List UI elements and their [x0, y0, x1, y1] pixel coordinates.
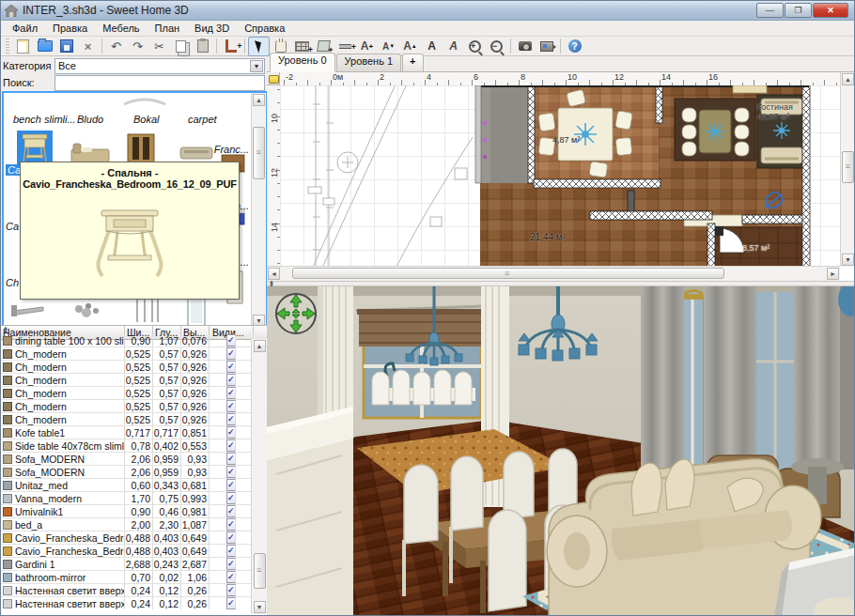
cut-button[interactable]: ✂ — [148, 37, 170, 56]
furniture-row[interactable]: bathroom-mirror0,700,021,06✓ — [1, 571, 267, 584]
visible-checkbox[interactable]: ✓ — [226, 545, 236, 557]
tab-level-0[interactable]: Уровень 0 — [270, 53, 335, 72]
create-photo-button[interactable] — [514, 37, 536, 56]
catalog-item-label-partial[interactable]: Franc... — [214, 144, 249, 155]
bold-button[interactable]: A — [421, 37, 443, 56]
toolbar-grip[interactable] — [6, 38, 9, 54]
visible-checkbox[interactable]: ✓ — [226, 453, 236, 465]
furniture-catalog[interactable]: bench slimli... Bludo Bokal carpet Ca Ca… — [2, 91, 268, 330]
zoom-in-button[interactable]: + — [464, 37, 486, 56]
furniture-row[interactable]: Umivalnik10,900,460,981✓ — [1, 505, 267, 518]
select-button[interactable] — [248, 37, 270, 56]
create-video-button[interactable] — [536, 37, 557, 56]
catalog-scrollbar[interactable]: ▲ ▼ — [251, 93, 266, 328]
visible-checkbox[interactable]: ✓ — [226, 347, 236, 360]
furniture-row[interactable]: Ch_modern0,5250,570,926✓ — [1, 400, 267, 413]
scroll-down-icon[interactable]: ▼ — [842, 254, 854, 266]
furniture-row[interactable]: Cavio_Francheska_Bedroo...0,4880,4030,64… — [1, 545, 267, 558]
furniture-row[interactable]: Kofe table10,7170,7170,851✓ — [1, 426, 267, 439]
minimize-button[interactable]: — — [756, 3, 784, 18]
visible-checkbox[interactable]: ✓ — [226, 439, 236, 452]
plan-canvas[interactable]: 4,87 м² Гостиная 42,07 м² 21,44 м² 8,57 … — [280, 85, 840, 267]
furniture-row[interactable]: Vanna_modern1,700,750,993✓ — [1, 492, 267, 505]
plan-horizontal-scrollbar[interactable]: ◄ ► — [267, 266, 840, 281]
visible-checkbox[interactable]: ✓ — [226, 492, 236, 504]
furniture-row[interactable]: Sofa_MODERN2,060,9590,93✓ — [1, 466, 267, 479]
scroll-down-icon[interactable]: ▼ — [254, 601, 266, 613]
category-combobox[interactable]: Все ▼ — [54, 58, 265, 74]
furniture-row[interactable]: dining table 100 x 100 slim...0,901,070,… — [1, 334, 267, 347]
save-button[interactable] — [55, 37, 77, 56]
visible-checkbox[interactable]: ✓ — [226, 466, 236, 478]
redo-button[interactable]: ↷ — [127, 37, 148, 56]
furniture-row[interactable]: Настенная светит вверх0,240,120,26✓ — [1, 597, 267, 609]
visible-checkbox[interactable]: ✓ — [226, 361, 236, 373]
visible-checkbox[interactable]: ✓ — [226, 479, 236, 491]
help-button[interactable]: ? — [564, 37, 585, 56]
lock-icon[interactable] — [269, 75, 279, 84]
menu-справка[interactable]: Справка — [237, 22, 292, 35]
visible-checkbox[interactable]: ✓ — [226, 584, 236, 596]
visible-checkbox[interactable]: ✓ — [226, 597, 236, 609]
visible-checkbox[interactable]: ✓ — [226, 374, 236, 386]
visible-checkbox[interactable]: ✓ — [226, 571, 236, 583]
3d-navigation-compass[interactable] — [274, 292, 318, 335]
catalog-item-label-partial[interactable]: Ch — [6, 277, 19, 288]
menu-правка[interactable]: Правка — [45, 22, 95, 35]
furniture-row[interactable]: Cavio_Francheska_Bedroo...0,4880,4030,64… — [1, 531, 267, 545]
visible-checkbox[interactable]: ✓ — [226, 426, 236, 439]
furniture-row[interactable]: Ch_modern0,5250,570,926✓ — [1, 413, 267, 426]
preferences-button[interactable]: × — [77, 37, 99, 56]
tab-level-1[interactable]: Уровень 1 — [336, 54, 402, 71]
visible-checkbox[interactable]: ✓ — [226, 518, 236, 531]
menu-план[interactable]: План — [148, 22, 188, 35]
furniture-row[interactable]: Настенная светит вверх0,240,120,26✓ — [1, 584, 267, 597]
catalog-item-label[interactable]: Bokal — [133, 114, 160, 125]
furniture-scroll-thumb[interactable] — [254, 553, 266, 589]
furniture-row[interactable]: Ch_modern0,5250,570,926✓ — [1, 387, 267, 400]
plan-vertical-scrollbar[interactable]: ▲ ▼ — [840, 72, 855, 267]
menu-файл[interactable]: Файл — [5, 22, 45, 35]
italic-button[interactable]: A — [443, 37, 464, 56]
menu-вид-3d[interactable]: Вид 3D — [187, 22, 237, 35]
restore-button[interactable]: ❐ — [785, 3, 812, 18]
visible-checkbox[interactable]: ✓ — [226, 505, 236, 517]
visible-checkbox[interactable]: ✓ — [226, 334, 236, 346]
add-level-button[interactable]: + — [402, 54, 423, 71]
visible-checkbox[interactable]: ✓ — [226, 558, 236, 570]
close-button[interactable]: ✕ — [813, 3, 848, 18]
view-3d[interactable] — [267, 286, 855, 616]
furniture-row[interactable]: Gardini 12,6880,2432,687✓ — [1, 558, 267, 571]
plan-hscroll-thumb[interactable] — [292, 268, 724, 279]
chevron-down-icon[interactable]: ▼ — [250, 60, 263, 72]
plan-view[interactable]: -20м246810121416 101214 — [267, 72, 855, 281]
plan-vscroll-thumb[interactable] — [842, 151, 854, 183]
copy-button[interactable] — [170, 37, 192, 56]
furniture-row[interactable]: bed_a2,002,301,087✓ — [1, 518, 267, 531]
scroll-up-icon[interactable]: ▲ — [253, 94, 265, 106]
menu-мебель[interactable]: Мебель — [95, 22, 147, 35]
furniture-row[interactable]: Unitaz_med0,600,3430,681✓ — [1, 479, 267, 492]
visible-checkbox[interactable]: ✓ — [226, 413, 236, 425]
furniture-list-scrollbar[interactable]: ▲ ▼ — [251, 339, 267, 614]
furniture-row[interactable]: Ch_modern0,5250,570,926✓ — [1, 347, 267, 361]
undo-button[interactable]: ↶ — [105, 37, 127, 56]
paste-button[interactable] — [192, 37, 213, 56]
furniture-row[interactable]: Sofa_MODERN2,060,9590,93✓ — [1, 453, 267, 466]
open-button[interactable] — [34, 37, 55, 56]
catalog-item-label[interactable]: bench slimli... — [13, 114, 76, 125]
new-home-button[interactable] — [12, 37, 34, 56]
add-furniture-button[interactable] — [220, 37, 241, 56]
scroll-up-icon[interactable]: ▲ — [842, 73, 854, 85]
catalog-scroll-thumb[interactable] — [253, 127, 265, 179]
search-input[interactable] — [54, 75, 265, 91]
visible-checkbox[interactable]: ✓ — [226, 400, 236, 412]
furniture-row[interactable]: Side table 40x78cm slimline0,780,4020,55… — [1, 439, 267, 453]
catalog-item-label-partial[interactable]: Ca — [6, 221, 19, 232]
visible-checkbox[interactable]: ✓ — [226, 531, 236, 544]
scroll-right-icon[interactable]: ► — [827, 268, 839, 280]
zoom-out-button[interactable]: − — [486, 37, 507, 56]
catalog-item-label[interactable]: carpet — [188, 114, 217, 125]
catalog-item-label[interactable]: Bludo — [77, 114, 103, 125]
panel-splitter[interactable]: ▲▼ — [3, 326, 8, 333]
